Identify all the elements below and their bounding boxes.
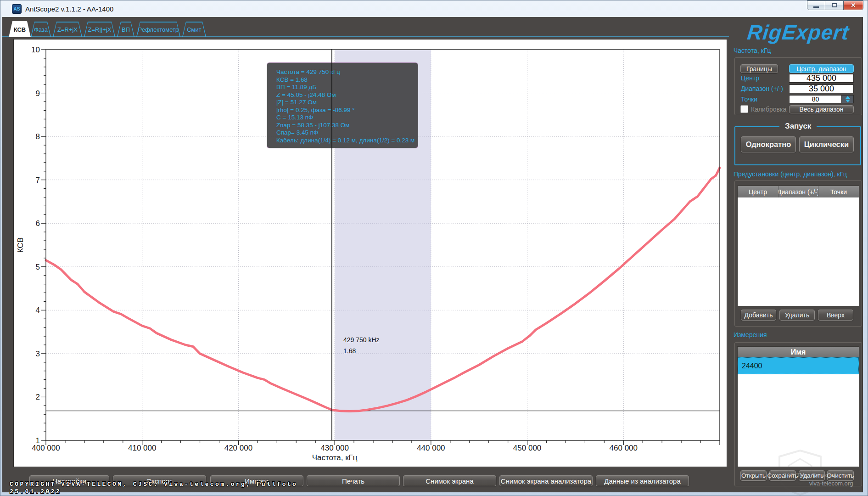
presets-col-span[interactable]: Диапазон (+/-) (778, 186, 818, 197)
run-group-title: Запуск (779, 122, 817, 131)
center-span-mode-button[interactable]: Центр, диапазон (789, 64, 854, 73)
svg-text:5: 5 (36, 263, 40, 271)
svg-text:6: 6 (36, 219, 40, 228)
svg-text:4: 4 (36, 306, 40, 315)
run-once-button[interactable]: Однократно (741, 136, 796, 152)
svg-text:460 000: 460 000 (610, 444, 638, 452)
tab-Z=R||+jX[interactable]: Z=R||+jX (84, 22, 115, 37)
measurements-col-name[interactable]: Имя (738, 347, 859, 358)
svg-text:8: 8 (36, 132, 40, 141)
calibration-label: Калибровка (751, 106, 786, 113)
app-icon: AS (12, 4, 22, 14)
tooltip-line: Спар= 3.45 пФ (276, 129, 418, 137)
svg-text:9: 9 (36, 89, 40, 98)
measurement-tooltip: Частота = 429 750 кГцКСВ = 1.68ВП = 11.8… (267, 62, 418, 148)
maximize-icon (832, 3, 837, 7)
preset-delete-button[interactable]: Удалить (779, 310, 815, 321)
tooltip-line: Частота = 429 750 кГц (276, 68, 418, 76)
span-label: Диапазон (+/-) (741, 85, 783, 92)
maximize-button[interactable] (825, 0, 844, 10)
center-input[interactable]: 435 000 (789, 74, 854, 83)
app-window: AS AntScope2 v.1.1.2 - AA-1400 ✕ 400 000… (0, 0, 868, 496)
preset-up-button[interactable]: Вверх (818, 310, 853, 321)
close-button[interactable]: ✕ (843, 0, 863, 10)
rigexpert-logo: RigExpert (733, 20, 864, 45)
svg-text:10: 10 (31, 45, 40, 54)
copyright-line1: COPYRIGHT VIVA-TELECOM, CJSC. Viva-telec… (10, 481, 297, 488)
preset-add-button[interactable]: Добавить (741, 310, 776, 321)
measurement-row-selected[interactable]: 24400 (738, 357, 859, 374)
svg-text:7: 7 (36, 176, 40, 185)
calibration-checkbox[interactable] (740, 105, 748, 113)
tooltip-line: Z = 45.05 - j24.48 Ом (276, 91, 418, 99)
toolbar-button-5[interactable]: Снимок экрана (403, 475, 496, 486)
svg-text:440 000: 440 000 (417, 444, 445, 452)
tooltip-line: C = 15.13 пФ (276, 114, 418, 122)
cursor-line[interactable] (331, 49, 332, 440)
minimize-icon (813, 6, 819, 8)
tooltip-line: Zпар = 58.35 - j107.38 Ом (276, 122, 418, 130)
tooltip-line: |rho| = 0.25, фаза = -86.99 ° (276, 107, 418, 114)
presets-section-label: Предустановки (центр, диапазон), кГц (734, 170, 847, 178)
tab-ВП[interactable]: ВП (117, 22, 134, 37)
svg-text:420 000: 420 000 (224, 444, 252, 452)
svg-text:450 000: 450 000 (513, 444, 541, 452)
span-input[interactable]: 35 000 (789, 85, 854, 93)
measurements-section-label: Измерения (734, 331, 767, 338)
tab-Фаза[interactable]: Фаза (31, 22, 51, 37)
frequency-section-label: Частота, кГц (734, 47, 771, 54)
tab-Рефлектометр[interactable]: Рефлектометр (136, 22, 180, 37)
svg-text:2: 2 (36, 393, 40, 401)
svg-text:410 000: 410 000 (128, 444, 156, 452)
points-stepper[interactable] (842, 95, 854, 103)
svg-text:Частота, кГц: Частота, кГц (312, 453, 358, 462)
watermark-shield-icon (777, 450, 823, 496)
copyright-line2: 25.01.2022 (10, 488, 61, 495)
tooltip-line: КСВ = 1.68 (276, 76, 418, 84)
tab-КСВ[interactable]: КСВ (9, 21, 31, 37)
close-icon: ✕ (844, 1, 863, 10)
window-title: AntScope2 v.1.1.2 - AA-1400 (25, 5, 113, 13)
toolbar-button-6[interactable]: Снимок экрана анализатора (499, 475, 593, 486)
points-input[interactable]: 80 (789, 95, 842, 103)
cursor-label: 429 750 kHz 1.68 (343, 334, 380, 356)
full-range-button[interactable]: Весь диапазон (789, 105, 854, 113)
toolbar-button-7[interactable]: Данные из анализатора (596, 475, 689, 486)
presets-col-points[interactable]: Точки (818, 186, 859, 197)
tooltip-line: ВП = 11.89 дБ (276, 84, 418, 91)
presets-col-center[interactable]: Центр (738, 186, 778, 197)
tab-Z=R+jX[interactable]: Z=R+jX (53, 22, 82, 37)
stepper-down-icon (846, 100, 850, 102)
tooltip-line: Кабель: длина(1/4) = 0.12 м, длина(1/2) … (276, 137, 418, 145)
toolbar-button-4[interactable]: Печать (307, 475, 400, 486)
tab-pane-border (2, 36, 729, 37)
svg-text:КСВ: КСВ (16, 237, 25, 253)
presets-table[interactable]: Центр Диапазон (+/-) Точки (737, 186, 859, 306)
svg-text:3: 3 (36, 349, 40, 358)
svg-text:1: 1 (36, 436, 40, 445)
tab-Смит[interactable]: Смит (182, 22, 206, 37)
run-cyclic-button[interactable]: Циклически (799, 136, 854, 152)
minimize-button[interactable] (807, 0, 825, 10)
bounds-mode-button[interactable]: Границы (740, 64, 778, 73)
svg-text:430 000: 430 000 (320, 444, 348, 452)
points-label: Точки (741, 96, 757, 103)
center-label: Центр (741, 74, 759, 82)
open-button[interactable]: Открыть (740, 470, 767, 481)
stepper-up-icon (846, 96, 850, 99)
tooltip-line: |Z| = 51.27 Ом (276, 99, 418, 107)
